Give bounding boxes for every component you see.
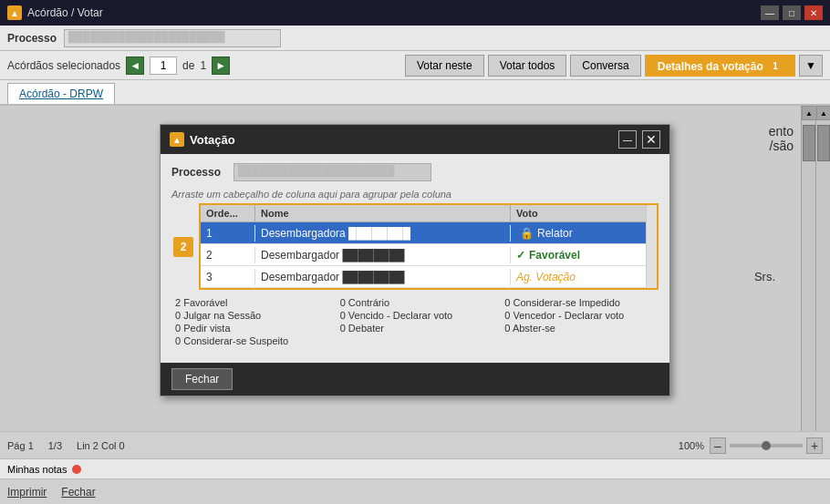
cell-voto-2: ✓ Favorável (511, 247, 657, 263)
grid-scrollbar[interactable] (646, 205, 657, 288)
modal-process-value: ██████████████████████ (233, 163, 431, 181)
grid-header: Orde... Nome Voto (201, 205, 657, 222)
modal-title: Votação (190, 133, 613, 147)
pag-label: Pág 1 (7, 440, 34, 451)
zoom-thumb (762, 441, 771, 450)
app-icon: ▲ (7, 5, 22, 20)
more-button[interactable]: ▼ (799, 55, 823, 77)
modal-icon: ▲ (170, 132, 184, 147)
col-header-voto: Voto (511, 205, 657, 221)
fraction: 1/3 (48, 440, 62, 451)
lock-icon: 🔒 (520, 227, 534, 240)
window-controls: — □ ✕ (761, 5, 823, 20)
stat-6: 0 Debater (340, 323, 491, 334)
voto-ag: Ag. Votação (516, 271, 576, 283)
cell-voto-1: 🔒 Relator (511, 224, 657, 242)
notes-bar: Minhas notas (0, 458, 830, 478)
process-value: ██████████████████████ (64, 29, 280, 47)
cell-ordem-2: 2 (201, 247, 255, 263)
votar-todos-button[interactable]: Votar todos (488, 55, 567, 77)
badge-2: 2 (173, 237, 193, 257)
zoom-slider[interactable] (730, 444, 803, 447)
page-input[interactable] (150, 57, 177, 75)
zoom-percent: 100% (679, 440, 704, 451)
cell-ordem-3: 3 (201, 269, 255, 285)
modal-body: Processo ██████████████████████ Arraste … (161, 154, 669, 363)
modal-close-button[interactable]: ✕ (642, 130, 660, 149)
modal-hint: Arraste um cabeçalho de coluna aqui para… (171, 189, 659, 200)
modal-grid[interactable]: Orde... Nome Voto 1 Desembargadora █████… (199, 203, 659, 290)
main-content: ento /são Srs. ▲ ▼ ▲ ▼ ▲ (0, 106, 830, 504)
zoom-slider-container: – + (710, 437, 823, 454)
close-button[interactable]: ✕ (804, 5, 823, 20)
stat-3: 0 Considerar-se Suspeito (175, 335, 326, 346)
cell-ordem-1: 1 (201, 225, 255, 242)
notes-label: Minhas notas (7, 464, 67, 475)
votar-neste-button[interactable]: Votar neste (405, 55, 484, 77)
total-pages: 1 (200, 59, 206, 72)
votacao-modal: ▲ Votação — ✕ Processo █████████████████… (160, 124, 670, 396)
tab-bar: Acórdão - DRPW (0, 80, 830, 106)
minimize-button[interactable]: — (761, 5, 779, 20)
col-header-ordem: Orde... (201, 205, 255, 221)
notes-dot (72, 465, 81, 474)
zoom-control: 100% – + (679, 437, 823, 454)
stat-8: 0 Vencedor - Declarar voto (504, 310, 655, 321)
cell-nome-2: Desembargador ████████ (255, 247, 511, 263)
table-row[interactable]: 3 Desembargador ████████ Ag. Votação (201, 266, 657, 288)
fechar-button[interactable]: Fechar (171, 368, 233, 390)
cell-voto-3: Ag. Votação (511, 269, 657, 285)
table-row[interactable]: 1 Desembargadora ████████ 🔒 Relator (201, 222, 657, 244)
lin-col: Lin 2 Col 0 (77, 440, 125, 451)
detalhes-button[interactable]: Detalhes da votação 1 (645, 55, 795, 77)
menu-fechar[interactable]: Fechar (61, 486, 95, 499)
action-buttons: Votar neste Votar todos Conversa Detalhe… (405, 55, 823, 77)
stat-4: 0 Contrário (340, 297, 491, 308)
next-button[interactable]: ► (212, 57, 230, 75)
cell-nome-3: Desembargador ████████ (255, 269, 511, 285)
stat-2: 0 Pedir vista (175, 323, 326, 334)
stat-7: 0 Considerar-se Impedido (504, 297, 655, 308)
menu-imprimir[interactable]: Imprimir (7, 486, 47, 499)
de-label: de (182, 59, 194, 72)
zoom-plus-btn[interactable]: + (806, 437, 823, 454)
grid-wrapper: 2 Orde... Nome Voto 1 (199, 203, 659, 290)
modal-titlebar: ▲ Votação — ✕ (161, 125, 669, 154)
tab-acordao-drpw[interactable]: Acórdão - DRPW (7, 83, 115, 104)
acordaos-label: Acórdãos selecionados (7, 59, 120, 72)
conversa-button[interactable]: Conversa (570, 55, 640, 77)
menu-bar: Imprimir Fechar (0, 478, 830, 504)
modal-footer: Fechar (161, 363, 669, 396)
stat-0: 2 Favorável (175, 297, 326, 308)
zoom-minus-btn[interactable]: – (710, 437, 726, 454)
title-bar: ▲ Acórdão / Votar — □ ✕ (0, 0, 830, 26)
process-label: Processo (7, 32, 57, 45)
status-bar: Pág 1 1/3 Lin 2 Col 0 100% – + (0, 431, 830, 458)
stats-section: 2 Favorável 0 Contrário 0 Considerar-se … (171, 297, 659, 346)
modal-process-label: Processo (171, 166, 226, 179)
stat-9: 0 Abster-se (504, 323, 655, 334)
stat-1: 0 Julgar na Sessão (175, 310, 326, 321)
prev-button[interactable]: ◄ (126, 57, 144, 75)
badge-1: 1 (768, 59, 783, 74)
voto-favoravel: ✓ Favorável (516, 249, 580, 262)
table-row[interactable]: 2 Desembargador ████████ ✓ Favorável (201, 244, 657, 266)
nav-bar: Acórdãos selecionados ◄ de 1 ► Votar nes… (0, 51, 830, 80)
maximize-button[interactable]: □ (783, 5, 801, 20)
voto-selected-1: 🔒 Relator (516, 226, 650, 241)
modal-min-button[interactable]: — (618, 130, 637, 149)
stat-5: 0 Vencido - Declarar voto (340, 310, 491, 321)
cell-nome-1: Desembargadora ████████ (255, 225, 511, 242)
window-title: Acórdão / Votar (27, 6, 755, 19)
toolbar: Processo ██████████████████████ (0, 26, 830, 51)
check-icon: ✓ (516, 249, 525, 262)
modal-process-row: Processo ██████████████████████ (171, 163, 659, 181)
col-header-nome: Nome (255, 205, 511, 221)
